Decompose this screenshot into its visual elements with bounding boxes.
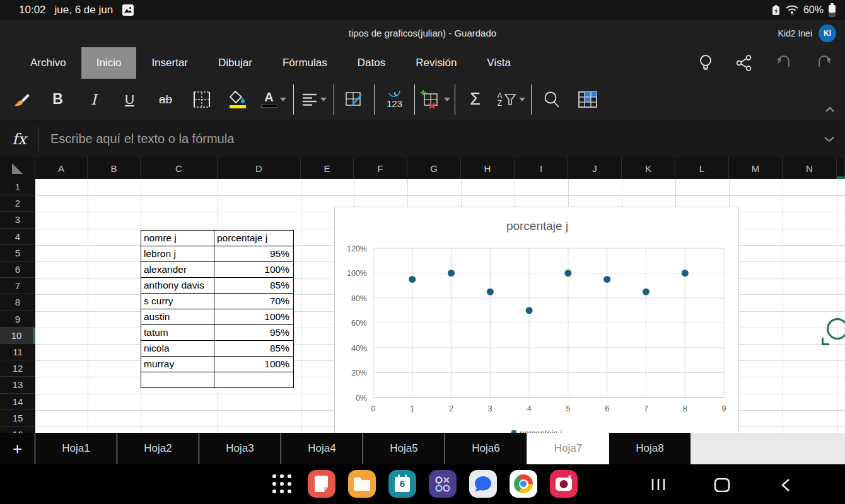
format-painter-button[interactable]	[4, 83, 40, 117]
tell-me-lightbulb-icon[interactable]	[697, 54, 714, 72]
table-cell[interactable]: anthony davis	[141, 278, 214, 294]
column-header-n[interactable]: N	[783, 158, 837, 179]
select-all-corner[interactable]	[0, 158, 35, 179]
sheet-tab-hoja8[interactable]: Hoja8	[609, 433, 691, 464]
ribbon-tab-inicio[interactable]: Inicio	[81, 47, 137, 79]
column-header-c[interactable]: C	[141, 158, 218, 179]
sheet-tab-hoja7[interactable]: Hoja7	[527, 433, 609, 464]
camera-app-icon[interactable]	[550, 470, 578, 498]
home-button[interactable]	[714, 478, 730, 495]
number-format-button[interactable]: 123	[376, 83, 412, 117]
table-cell[interactable]: s curry	[141, 294, 214, 309]
game-launcher-app-icon[interactable]	[429, 470, 457, 498]
add-sheet-button[interactable]: +	[0, 433, 35, 464]
row-header-1[interactable]: 1	[0, 179, 35, 195]
borders-button[interactable]	[184, 83, 219, 117]
table-cell[interactable]: 100%	[214, 357, 294, 372]
sheet-tab-hoja5[interactable]: Hoja5	[363, 433, 445, 464]
row-header-15[interactable]: 15	[0, 410, 35, 427]
sheet-tab-hoja4[interactable]: Hoja4	[281, 433, 363, 464]
table-cell[interactable]: 95%	[214, 325, 294, 341]
column-header-d[interactable]: D	[218, 158, 301, 179]
table-cell[interactable]	[214, 372, 294, 388]
chrome-app-icon[interactable]	[510, 470, 537, 498]
table-header-cell[interactable]: nomre j	[141, 231, 214, 246]
row-header-4[interactable]: 4	[0, 229, 35, 245]
row-header-9[interactable]: 9	[0, 311, 35, 328]
sheet-view-button[interactable]	[569, 83, 605, 117]
table-cell[interactable]: tatum	[141, 325, 214, 341]
table-cell[interactable]: lebron j	[141, 246, 214, 262]
row-header-14[interactable]: 14	[0, 394, 35, 410]
column-header-m[interactable]: M	[729, 158, 783, 179]
table-cell[interactable]: austin	[141, 309, 214, 325]
table-header-cell[interactable]: porcentaje j	[214, 231, 294, 246]
alignment-button[interactable]	[296, 83, 332, 117]
column-header-a[interactable]: A	[35, 158, 88, 179]
insert-delete-cells-button[interactable]	[417, 83, 453, 117]
table-cell[interactable]	[141, 372, 214, 388]
expand-formula-bar-icon[interactable]	[824, 134, 835, 145]
sheet-tab-hoja6[interactable]: Hoja6	[445, 433, 527, 464]
column-header-partial[interactable]	[837, 158, 845, 179]
row-header-10[interactable]: 10	[0, 328, 35, 344]
calendar-app-icon[interactable]: 6	[388, 470, 416, 498]
italic-button[interactable]: I	[76, 83, 112, 117]
formula-input[interactable]: Escribe aquí el texto o la fórmula	[50, 132, 824, 146]
table-cell[interactable]: 100%	[214, 309, 294, 325]
sheet-tab-hoja2[interactable]: Hoja2	[117, 433, 199, 464]
account-badge[interactable]: Kid2 Inei KI	[778, 25, 836, 42]
ribbon-tab-datos[interactable]: Datos	[342, 47, 400, 79]
font-color-button[interactable]: A	[255, 83, 291, 117]
ribbon-tab-vista[interactable]: Vista	[472, 47, 526, 79]
column-header-f[interactable]: F	[354, 158, 407, 179]
row-header-13[interactable]: 13	[0, 377, 35, 393]
table-cell[interactable]: 95%	[214, 246, 294, 262]
back-button[interactable]	[781, 478, 791, 495]
ribbon-tab-dibujar[interactable]: Dibujar	[203, 47, 267, 79]
table-cell[interactable]: alexander	[141, 262, 214, 278]
ribbon-tab-insertar[interactable]: Insertar	[136, 47, 203, 79]
data-table[interactable]: nomre jporcentaje jlebron j95%alexander1…	[141, 230, 294, 388]
formula-bar[interactable]: fx Escribe aquí el texto o la fórmula	[0, 120, 845, 158]
column-header-l[interactable]: L	[675, 158, 729, 179]
recents-button[interactable]	[651, 478, 666, 493]
row-header-6[interactable]: 6	[0, 261, 35, 278]
table-cell[interactable]: 85%	[214, 341, 294, 357]
sheet-tab-hoja1[interactable]: Hoja1	[35, 433, 117, 464]
ribbon-tab-revisión[interactable]: Revisión	[400, 47, 472, 79]
row-header-3[interactable]: 3	[0, 212, 35, 228]
ribbon-tab-archivo[interactable]: Archivo	[15, 47, 81, 79]
column-headers[interactable]: ABCDEFGHIJKLMN	[0, 158, 845, 179]
table-cell[interactable]: 85%	[214, 278, 294, 294]
sheet-tab-hoja3[interactable]: Hoja3	[199, 433, 281, 464]
notes-app-icon[interactable]	[308, 470, 335, 498]
collapse-ribbon-button[interactable]	[825, 103, 835, 115]
column-header-i[interactable]: I	[515, 158, 568, 179]
row-header-11[interactable]: 11	[0, 344, 35, 360]
column-header-g[interactable]: G	[407, 158, 461, 179]
row-header-5[interactable]: 5	[0, 245, 35, 261]
avatar[interactable]: KI	[819, 25, 836, 42]
table-cell[interactable]: 70%	[214, 294, 294, 309]
row-header-12[interactable]: 12	[0, 360, 35, 377]
redo-icon[interactable]	[815, 54, 834, 72]
search-button[interactable]	[533, 83, 569, 117]
column-header-k[interactable]: K	[622, 158, 675, 179]
share-icon[interactable]	[735, 54, 753, 72]
row-header-2[interactable]: 2	[0, 195, 35, 212]
row-header-8[interactable]: 8	[0, 294, 35, 311]
ribbon-tab-fórmulas[interactable]: Fórmulas	[267, 47, 342, 79]
bold-button[interactable]: B	[40, 83, 76, 117]
chart[interactable]: 0%20%40%60%80%100%120%0123456789porcenta…	[334, 207, 739, 441]
undo-icon[interactable]	[774, 54, 793, 72]
fill-color-button[interactable]	[219, 83, 255, 117]
underline-button[interactable]: U	[112, 83, 148, 117]
sort-filter-button[interactable]: AZ	[493, 83, 529, 117]
selection-handle[interactable]	[827, 318, 845, 340]
cell-styles-button[interactable]	[336, 83, 372, 117]
strikethrough-button[interactable]: ab	[148, 83, 184, 117]
table-cell[interactable]: murray	[141, 357, 214, 372]
files-app-icon[interactable]	[348, 470, 376, 498]
column-header-h[interactable]: H	[461, 158, 515, 179]
